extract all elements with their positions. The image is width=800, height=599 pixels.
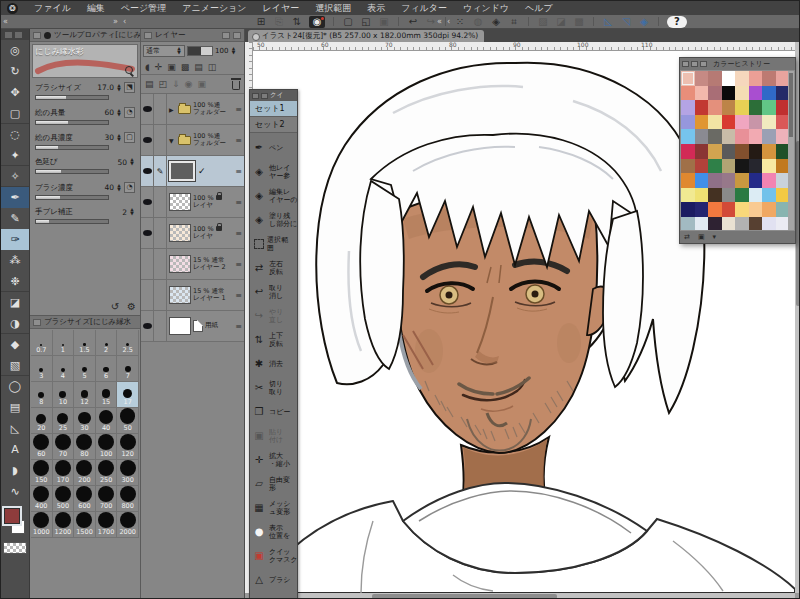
color-swatch[interactable]: [695, 86, 709, 101]
move-tool[interactable]: ✥: [1, 82, 29, 103]
panel-layout-icon[interactable]: ⎘: [273, 16, 285, 28]
color-swatch[interactable]: [722, 188, 736, 203]
slider-stepper[interactable]: ▲▼: [116, 109, 122, 117]
layer-menu-icon[interactable]: ≡: [233, 249, 244, 279]
color-swatch[interactable]: [776, 100, 790, 115]
quick-access-pen[interactable]: ✒ペン: [250, 136, 297, 160]
color-swatch[interactable]: [776, 159, 790, 174]
blend-mode-stepper[interactable]: ▲▼: [176, 47, 182, 55]
panel-prev-icon[interactable]: [33, 32, 41, 39]
color-swatch[interactable]: [735, 159, 749, 174]
brush-size-cell[interactable]: 12: [74, 382, 96, 408]
layer-visibility-cell[interactable]: [141, 280, 154, 310]
color-swatch[interactable]: [722, 173, 736, 188]
slider[interactable]: [35, 145, 109, 150]
color-swatch[interactable]: [749, 217, 763, 230]
fill-icon[interactable]: ◈: [490, 16, 502, 28]
color-swatch[interactable]: [722, 129, 736, 144]
color-swatch[interactable]: [722, 115, 736, 130]
gradient-tool[interactable]: ▧: [1, 355, 29, 376]
brush-size-cell[interactable]: 400: [31, 486, 53, 512]
menu-item[interactable]: レイヤー: [255, 1, 308, 15]
lock-transparent-pixels-icon[interactable]: ▩: [181, 62, 190, 72]
color-swatch[interactable]: [735, 115, 749, 130]
layer-menu-icon[interactable]: ≡: [233, 94, 244, 124]
panel-collapse-icon[interactable]: [682, 61, 689, 67]
brush-size-cell[interactable]: 2000: [117, 512, 139, 538]
color-swatch[interactable]: [776, 115, 790, 130]
opacity-slider[interactable]: [187, 46, 213, 56]
quick-access-paste[interactable]: ▣貼り付け: [250, 424, 297, 448]
dock-arrow-icon[interactable]: ‹: [123, 15, 126, 28]
brush-size-cell[interactable]: 2.5: [117, 330, 139, 356]
dock-arrow-icon[interactable]: »: [113, 15, 118, 28]
color-swatch[interactable]: [749, 144, 763, 159]
line-correct-tool[interactable]: ∿: [1, 481, 29, 502]
color-swatch[interactable]: [722, 71, 736, 86]
eraser-tool[interactable]: ◪: [1, 292, 29, 313]
app-logo-icon[interactable]: ❂: [7, 3, 18, 14]
color-swatch[interactable]: [681, 86, 695, 101]
color-swatch[interactable]: [776, 71, 790, 86]
layer-row[interactable]: 15 % 通常レイヤー 1≡: [141, 280, 244, 311]
pen-tool[interactable]: ✒: [1, 187, 29, 208]
rotate-tool[interactable]: ↻: [1, 61, 29, 82]
expand-icon[interactable]: ▶: [169, 106, 176, 113]
color-swatch[interactable]: [708, 86, 722, 101]
quick-access-flip-horizontal[interactable]: ⇄左右反転: [250, 256, 297, 280]
layer-search-icon[interactable]: [222, 32, 230, 39]
dock-arrow-icon[interactable]: «: [3, 15, 8, 28]
panel-close-icon[interactable]: [691, 61, 698, 67]
brush-tool[interactable]: ✑: [1, 229, 29, 250]
color-swatch[interactable]: [695, 144, 709, 159]
brush-size-cell[interactable]: 300: [117, 460, 139, 486]
eye-icon[interactable]: [143, 230, 152, 236]
color-swatch[interactable]: [749, 71, 763, 86]
clip-studio-home-icon[interactable]: ◉: [309, 16, 325, 28]
color-swatch[interactable]: [681, 202, 695, 217]
color-swatch[interactable]: [749, 129, 763, 144]
color-swatch[interactable]: [681, 173, 695, 188]
panel-collapse-icon[interactable]: [252, 93, 259, 99]
quick-access-redo[interactable]: ↪やり直し: [250, 304, 297, 328]
quick-access-cut[interactable]: ✂切り取り: [250, 376, 297, 400]
menu-item[interactable]: 選択範囲: [307, 1, 359, 15]
panel-prev-icon[interactable]: [33, 319, 41, 326]
layer-visibility-cell[interactable]: [141, 125, 154, 155]
brush-size-cell[interactable]: 2: [96, 330, 118, 356]
invert-selection-icon[interactable]: ◍: [472, 16, 484, 28]
color-swatch[interactable]: [776, 202, 790, 217]
layer-row[interactable]: 15 % 通常レイヤー 2≡: [141, 249, 244, 280]
panel-close-icon[interactable]: [261, 93, 268, 99]
brush-size-cell[interactable]: 3: [31, 356, 53, 382]
slider[interactable]: [35, 95, 109, 100]
quick-access-fill-refer-editing-layer[interactable]: ◈編集レイヤーの: [250, 184, 297, 208]
layer-row[interactable]: ✎✓≡: [141, 156, 244, 187]
color-swatch[interactable]: [776, 86, 790, 101]
layer-menu-icon[interactable]: ≡: [233, 187, 244, 217]
menu-item[interactable]: アニメーション: [174, 1, 254, 15]
eye-icon[interactable]: [143, 323, 152, 329]
panel-menu-icon[interactable]: ▾: [713, 233, 717, 241]
magnifier-icon[interactable]: [125, 66, 134, 75]
slider-option-button[interactable]: ⬔: [124, 82, 135, 93]
eye-icon[interactable]: [143, 168, 152, 174]
color-swatch[interactable]: [762, 115, 776, 130]
snap-mode-1-icon[interactable]: ▨: [537, 16, 549, 28]
brush-size-cell[interactable]: 800: [117, 486, 139, 512]
brush-size-cell[interactable]: 50: [117, 408, 139, 434]
color-swatch[interactable]: [681, 115, 695, 130]
slider-stepper[interactable]: ▲▼: [129, 208, 135, 216]
color-swatch[interactable]: [749, 188, 763, 203]
undo-icon[interactable]: ↩: [407, 16, 419, 28]
layer-visibility-cell[interactable]: [141, 249, 154, 279]
quick-access-quick-mask[interactable]: ▣クイックマスク: [250, 544, 297, 568]
fill-tool[interactable]: ◆: [1, 334, 29, 355]
color-history-scrollbar[interactable]: [788, 71, 794, 230]
slider-stepper[interactable]: ▲▼: [129, 158, 135, 166]
color-swatch[interactable]: [776, 217, 790, 230]
brush-size-cell[interactable]: 1.5: [74, 330, 96, 356]
color-swatch[interactable]: [762, 188, 776, 203]
quick-access-copy[interactable]: ❐コピー: [250, 400, 297, 424]
brush-size-cell[interactable]: 6: [96, 356, 118, 382]
